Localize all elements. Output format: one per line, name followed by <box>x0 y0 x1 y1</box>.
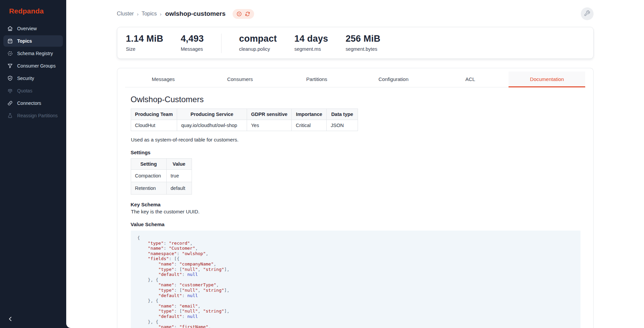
sidebar-item-label: Connectors <box>17 100 41 106</box>
table-header-row: SettingValue <box>131 159 192 170</box>
sidebar-item-topics[interactable]: Topics <box>3 35 63 47</box>
topic-detail-card: MessagesConsumersPartitionsConfiguration… <box>117 68 594 328</box>
tab-messages[interactable]: Messages <box>125 72 202 87</box>
tab-configuration[interactable]: Configuration <box>355 72 432 87</box>
table-cell: Yes <box>247 120 292 131</box>
table-header-row: Producing TeamProducing ServiceGDPR sens… <box>131 109 358 120</box>
table-cell: Retention <box>131 182 166 195</box>
app-window: Redpanda OverviewTopicsSchema RegistryCo… <box>0 0 644 328</box>
stat-value: 14 days <box>294 34 328 44</box>
schema-registry-icon <box>7 50 13 56</box>
table-header-cell: Importance <box>292 109 327 120</box>
sidebar-nav: OverviewTopicsSchema RegistryConsumer Gr… <box>0 23 66 121</box>
stat-label: Messages <box>181 46 204 52</box>
stat-size: 1.14 MiBSize <box>126 34 163 52</box>
sidebar-item-label: Topics <box>17 38 32 44</box>
play-circle-icon <box>236 11 243 17</box>
settings-heading: Settings <box>131 150 580 155</box>
table-cell: default <box>166 182 192 195</box>
redpanda-logo: Redpanda <box>0 0 66 22</box>
doc-description: Used as a system-of-record table for cus… <box>131 137 580 142</box>
stat-label: cleanup.policy <box>239 46 277 52</box>
tab-partitions[interactable]: Partitions <box>278 72 355 87</box>
table-header-cell: Producing Service <box>177 109 247 120</box>
stat-label: segment.bytes <box>346 46 380 52</box>
topics-box-icon <box>7 38 13 44</box>
table-header-cell: GDPR sensitive <box>247 109 292 120</box>
stats-divider <box>221 34 222 53</box>
table-row: Retentiondefault <box>131 182 192 195</box>
table-header-cell: Data type <box>327 109 358 120</box>
producing-info-table: Producing TeamProducing ServiceGDPR sens… <box>131 109 358 131</box>
refresh-button[interactable] <box>244 10 251 17</box>
settings-table: SettingValueCompactiontrueRetentiondefau… <box>131 158 192 195</box>
table-header-cell: Producing Team <box>131 109 177 120</box>
stat-label: Size <box>126 46 163 52</box>
key-schema-text: The key is the customer UUID. <box>131 209 580 214</box>
breadcrumb: Cluster › Topics › owlshop-customers <box>117 9 254 19</box>
home-icon <box>7 26 13 32</box>
value-schema-code-block: { "type": "record", "name": "Customer", … <box>131 231 580 328</box>
sidebar-item-label: Reassign Partitions <box>17 113 58 118</box>
sidebar-item-schema-registry[interactable]: Schema Registry <box>3 48 63 59</box>
collapse-sidebar-button[interactable] <box>5 313 16 325</box>
top-bar: Cluster › Topics › owlshop-customers <box>117 0 594 20</box>
stat-cleanup-policy: compactcleanup.policy <box>239 34 277 52</box>
tab-documentation[interactable]: Documentation <box>509 72 585 87</box>
table-cell: CloudHut <box>131 120 177 131</box>
table-header-cell: Setting <box>131 159 166 170</box>
table-header-cell: Value <box>166 159 192 170</box>
sidebar-item-quotas[interactable]: Quotas <box>3 85 63 96</box>
tab-bar: MessagesConsumersPartitionsConfiguration… <box>125 72 586 87</box>
main-area: Cluster › Topics › owlshop-customers <box>66 0 644 328</box>
sidebar-item-label: Quotas <box>17 88 32 93</box>
sidebar-item-label: Consumer Groups <box>17 63 55 69</box>
table-row: Compactiontrue <box>131 170 192 182</box>
stat-segment-ms: 14 dayssegment.ms <box>294 34 328 52</box>
stat-label: segment.ms <box>294 46 328 52</box>
stat-value: compact <box>239 34 277 44</box>
connectors-link-icon <box>7 100 13 106</box>
documentation-panel: Owlshop-Customers Producing TeamProducin… <box>125 95 586 328</box>
consumer-groups-filter-icon <box>7 63 13 69</box>
play-button[interactable] <box>236 10 243 17</box>
sidebar-item-label: Security <box>17 76 34 81</box>
security-shield-icon <box>7 75 13 81</box>
tab-acl[interactable]: ACL <box>432 72 509 87</box>
stat-value: 1.14 MiB <box>126 34 163 44</box>
sidebar-item-security[interactable]: Security <box>3 73 63 84</box>
stat-segment-bytes: 256 MiBsegment.bytes <box>346 34 380 52</box>
table-cell: true <box>166 170 192 182</box>
table-cell: Critical <box>292 120 327 131</box>
breadcrumb-cluster[interactable]: Cluster <box>117 11 134 17</box>
stat-value: 256 MiB <box>346 34 380 44</box>
sidebar-item-label: Schema Registry <box>17 51 53 56</box>
table-row: CloudHutquay.io/cloudhut/owl-shopYesCrit… <box>131 120 358 131</box>
topic-stats-card: 1.14 MiBSize4,493Messagescompactcleanup.… <box>117 27 594 59</box>
breadcrumb-topics[interactable]: Topics <box>142 11 157 17</box>
sidebar-item-overview[interactable]: Overview <box>3 23 63 34</box>
chevron-left-icon <box>5 316 16 322</box>
table-cell: Compaction <box>131 170 166 182</box>
breadcrumb-separator-icon: › <box>160 11 162 17</box>
sidebar-item-label: Overview <box>17 26 37 31</box>
quotas-scale-icon <box>7 88 13 94</box>
refresh-icon <box>244 11 251 17</box>
value-schema-heading: Value Schema <box>131 221 580 227</box>
table-cell: quay.io/cloudhut/owl-shop <box>177 120 247 131</box>
tab-consumers[interactable]: Consumers <box>202 72 278 87</box>
key-schema-heading: Key Schema <box>131 202 580 207</box>
sidebar-item-reassign-partitions[interactable]: Reassign Partitions <box>3 110 63 121</box>
table-cell: JSON <box>327 120 358 131</box>
stat-value: 4,493 <box>181 34 204 44</box>
breadcrumb-separator-icon: › <box>137 11 138 17</box>
sidebar: Redpanda OverviewTopicsSchema RegistryCo… <box>0 0 66 328</box>
topic-actions-pill <box>233 9 254 19</box>
sidebar-item-connectors[interactable]: Connectors <box>3 97 63 109</box>
preferences-button[interactable] <box>581 7 594 20</box>
doc-heading: Owlshop-Customers <box>131 95 580 104</box>
stat-messages: 4,493Messages <box>181 34 204 52</box>
sidebar-item-consumer-groups[interactable]: Consumer Groups <box>3 60 63 72</box>
page-title: owlshop-customers <box>165 10 226 17</box>
reassign-partitions-flask-icon <box>7 113 13 119</box>
